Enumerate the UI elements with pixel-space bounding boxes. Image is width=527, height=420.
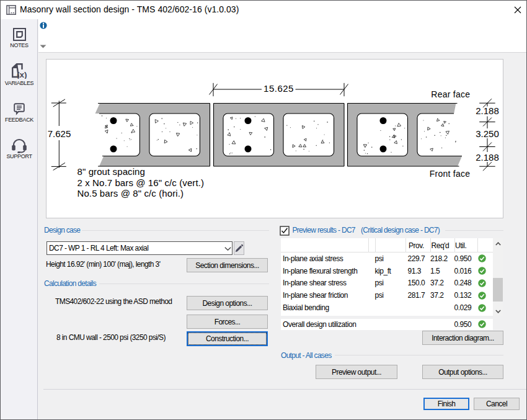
svg-text:7.625: 7.625 (48, 128, 71, 139)
svg-text:2.188: 2.188 (476, 152, 499, 163)
svg-text:2 x No.7 bars @ 16" c/c (vert.: 2 x No.7 bars @ 16" c/c (vert.) (78, 177, 205, 188)
svg-text:Front face: Front face (430, 169, 471, 179)
svg-text:2.188: 2.188 (476, 105, 499, 116)
svg-text:Rear face: Rear face (431, 89, 470, 99)
svg-text:No.5 bars @ 8" c/c (hori.): No.5 bars @ 8" c/c (hori.) (78, 188, 184, 199)
svg-text:8" grout spacing: 8" grout spacing (78, 166, 146, 177)
svg-text:15.625: 15.625 (264, 83, 294, 94)
svg-text:(x): (x) (17, 70, 27, 79)
svg-text:3.250: 3.250 (476, 128, 499, 139)
